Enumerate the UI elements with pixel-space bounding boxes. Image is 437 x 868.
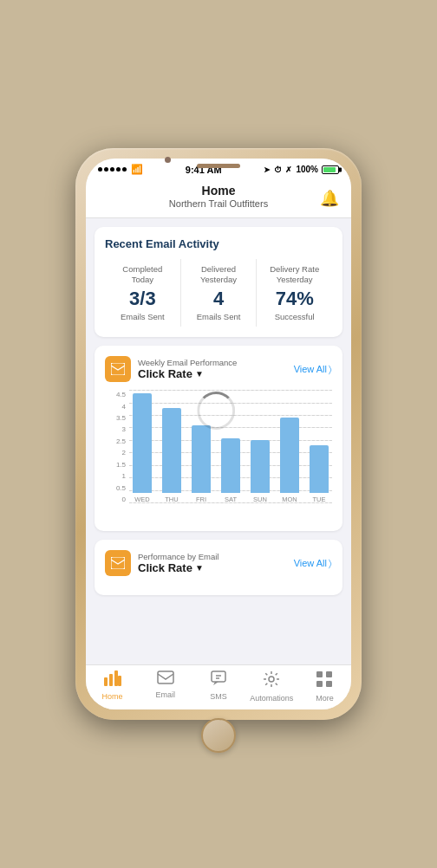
y-label-3: 3 [105,425,126,433]
nav-home[interactable]: Home [86,665,139,709]
bar-thu: THU [159,391,185,503]
stat-completed-today: Completed Today 3/3 Emails Sent [105,259,181,327]
bar-fri-label: FRI [196,496,206,503]
svg-point-8 [269,677,274,682]
bar-fri-fill [192,425,211,493]
nav-email[interactable]: Email [139,665,192,709]
svg-rect-10 [326,671,332,677]
performance-section: Performance by Email Click Rate ▼ View A… [95,540,342,595]
performance-email-icon [105,550,131,576]
signal-dot [104,167,108,172]
bar-tue-label: TUE [313,496,326,503]
bluetooth-icon: ✗ [285,165,292,174]
nav-more-label: More [316,694,334,703]
bar-sat-label: SAT [225,496,237,503]
chart-title-main[interactable]: Click Rate ▼ [138,367,294,380]
performance-title-wrap: Performance by Email Click Rate ▼ [138,552,294,574]
home-button[interactable] [201,718,236,753]
svg-rect-3 [109,674,113,686]
performance-dropdown-icon[interactable]: ▼ [195,563,204,573]
alarm-icon: ⏱ [274,165,282,174]
stats-row: Completed Today 3/3 Emails Sent Delivere… [105,259,332,327]
bar-mon-fill [280,418,299,493]
bar-tue: TUE [306,391,332,503]
bar-thu-fill [162,408,181,493]
bar-sun-label: SUN [253,496,267,503]
nav-email-label: Email [156,690,176,699]
bar-wed: WED [129,391,155,503]
battery-icon [322,165,339,174]
header-subtitle: Northern Trail Outfitters [98,198,339,209]
chart-bars-area: WED THU FRI [129,391,332,503]
status-right: ➤ ⏱ ✗ 100% [264,165,339,174]
stat-delivery-rate: Delivery Rate Yesterday 74% Successful [257,259,332,327]
metric-dropdown-icon[interactable]: ▼ [195,369,204,379]
svg-rect-4 [114,670,118,686]
nav-sms-label: SMS [210,692,227,701]
performance-view-all-button[interactable]: View All 〉 [294,558,332,569]
bar-sun: SUN [247,391,273,503]
stat-delivered-yesterday: Delivered Yesterday 4 Emails Sent [181,259,258,327]
signal-dot [116,167,121,172]
stat-sub-completed: Emails Sent [108,312,177,321]
y-label-4: 4 [105,403,126,411]
recent-email-title: Recent Email Activity [105,237,332,250]
bar-thu-label: THU [165,496,178,503]
status-left: 📶 [98,164,143,175]
stat-value-delivered: 4 [185,288,253,310]
nav-sms-icon [210,670,227,690]
bar-wed-fill [133,393,152,494]
y-label-35: 3.5 [105,414,126,422]
chart-header: Weekly Email Performance Click Rate ▼ Vi… [105,356,332,382]
bar-tue-fill [310,445,329,493]
phone-screen: 📶 9:41 AM ➤ ⏱ ✗ 100% Home Northern Trail… [86,159,351,709]
home-button-wrap [86,709,351,765]
nav-home-label: Home [102,692,123,701]
stat-value-completed: 3/3 [108,288,177,310]
nav-automations[interactable]: Automations [245,665,298,709]
chart-metric-label: Click Rate [138,367,192,380]
status-bar: 📶 9:41 AM ➤ ⏱ ✗ 100% [86,159,351,178]
view-all-chevron-icon: 〉 [329,364,332,375]
wifi-icon: 📶 [131,164,143,175]
stat-label-delivered: Delivered Yesterday [185,264,253,286]
stat-sub-delivered: Emails Sent [185,312,253,321]
nav-automations-icon [263,670,280,692]
main-content: Recent Email Activity Completed Today 3/… [86,218,351,664]
performance-title-main[interactable]: Click Rate ▼ [138,561,294,574]
performance-view-all-chevron-icon: 〉 [329,558,332,569]
svg-rect-7 [212,671,225,682]
signal-dot [122,167,127,172]
y-label-45: 4.5 [105,391,126,398]
bar-fri: FRI [188,391,214,503]
nav-more-icon [316,670,333,692]
speaker [197,164,240,168]
header-title: Home [98,184,339,198]
y-label-0: 0 [105,496,126,503]
bar-sat: SAT [218,391,244,503]
notification-bell-icon[interactable]: 🔔 [320,189,339,208]
stat-sub-rate: Successful [260,312,329,321]
bar-wed-label: WED [134,496,150,503]
nav-automations-label: Automations [250,694,293,703]
phone-frame: 📶 9:41 AM ➤ ⏱ ✗ 100% Home Northern Trail… [75,148,362,720]
weekly-view-all-button[interactable]: View All 〉 [294,364,332,375]
svg-rect-6 [158,671,173,683]
stat-label-completed: Completed Today [108,264,177,286]
performance-title-label: Performance by Email [138,552,294,561]
signal-bars [98,167,127,172]
y-axis: 0 0.5 1 1.5 2 2.5 3 3.5 4 4.5 [105,391,126,503]
performance-header: Performance by Email Click Rate ▼ View A… [105,550,332,576]
recent-email-section: Recent Email Activity Completed Today 3/… [95,227,342,337]
svg-rect-5 [118,676,121,686]
stat-value-rate: 74% [260,288,329,310]
y-label-05: 0.5 [105,484,126,492]
bottom-navigation: Home Email [86,664,351,709]
nav-more[interactable]: More [298,665,351,709]
svg-rect-1 [111,557,125,569]
nav-sms[interactable]: SMS [192,665,245,709]
bar-sat-fill [221,438,240,494]
svg-rect-12 [326,681,332,687]
chart-title-wrap: Weekly Email Performance Click Rate ▼ [138,358,294,380]
signal-dot [110,167,114,172]
